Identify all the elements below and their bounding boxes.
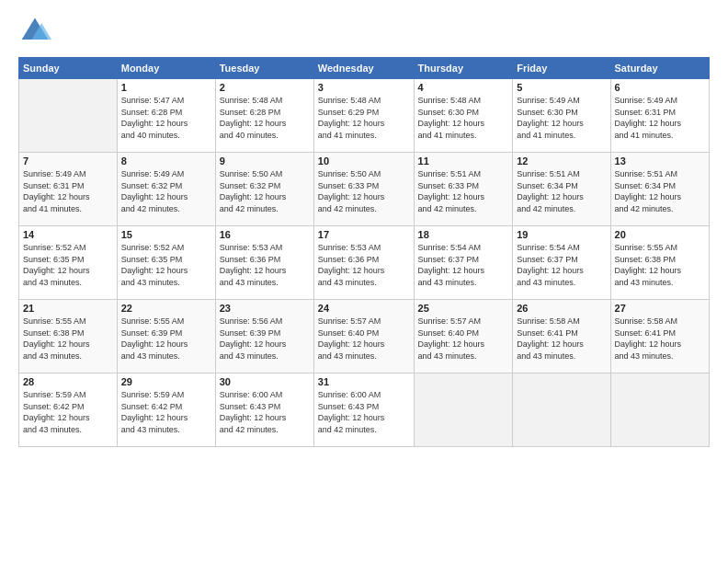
day-info: Sunrise: 6:00 AM Sunset: 6:43 PM Dayligh… — [220, 389, 310, 435]
cell-w4-d3: 23Sunrise: 5:56 AM Sunset: 6:39 PM Dayli… — [215, 300, 313, 373]
cell-w2-d7: 13Sunrise: 5:51 AM Sunset: 6:34 PM Dayli… — [610, 153, 709, 226]
day-number: 22 — [121, 303, 211, 314]
day-info: Sunrise: 5:53 AM Sunset: 6:36 PM Dayligh… — [318, 242, 410, 288]
col-header-wednesday: Wednesday — [313, 58, 414, 79]
cell-w2-d3: 9Sunrise: 5:50 AM Sunset: 6:32 PM Daylig… — [215, 153, 313, 226]
cell-w2-d4: 10Sunrise: 5:50 AM Sunset: 6:33 PM Dayli… — [313, 153, 414, 226]
col-header-monday: Monday — [117, 58, 215, 79]
cell-w3-d6: 19Sunrise: 5:54 AM Sunset: 6:37 PM Dayli… — [513, 226, 610, 300]
cell-w2-d2: 8Sunrise: 5:49 AM Sunset: 6:32 PM Daylig… — [117, 153, 215, 226]
day-info: Sunrise: 5:55 AM Sunset: 6:38 PM Dayligh… — [23, 316, 113, 362]
page-header — [18, 15, 710, 48]
cell-w5-d4: 31Sunrise: 6:00 AM Sunset: 6:43 PM Dayli… — [313, 373, 414, 447]
cell-w1-d7: 6Sunrise: 5:49 AM Sunset: 6:31 PM Daylig… — [610, 79, 709, 153]
day-number: 7 — [23, 155, 113, 167]
day-number: 12 — [517, 155, 606, 167]
day-info: Sunrise: 5:59 AM Sunset: 6:42 PM Dayligh… — [23, 389, 113, 435]
cell-w5-d6 — [513, 373, 610, 447]
day-number: 14 — [23, 229, 113, 240]
week-row-1: 1Sunrise: 5:47 AM Sunset: 6:28 PM Daylig… — [19, 79, 710, 153]
logo — [18, 15, 55, 48]
day-info: Sunrise: 5:59 AM Sunset: 6:42 PM Dayligh… — [121, 389, 211, 435]
day-number: 19 — [517, 229, 606, 240]
day-info: Sunrise: 5:53 AM Sunset: 6:36 PM Dayligh… — [220, 242, 310, 288]
calendar-table: SundayMondayTuesdayWednesdayThursdayFrid… — [18, 57, 710, 447]
cell-w5-d5 — [414, 373, 513, 447]
day-info: Sunrise: 5:47 AM Sunset: 6:28 PM Dayligh… — [121, 95, 211, 141]
day-info: Sunrise: 5:55 AM Sunset: 6:39 PM Dayligh… — [121, 316, 211, 362]
cell-w5-d2: 29Sunrise: 5:59 AM Sunset: 6:42 PM Dayli… — [117, 373, 215, 447]
cell-w5-d1: 28Sunrise: 5:59 AM Sunset: 6:42 PM Dayli… — [19, 373, 118, 447]
day-number: 11 — [418, 155, 509, 167]
day-info: Sunrise: 5:52 AM Sunset: 6:35 PM Dayligh… — [121, 242, 211, 288]
cell-w4-d5: 25Sunrise: 5:57 AM Sunset: 6:40 PM Dayli… — [414, 300, 513, 373]
cell-w3-d7: 20Sunrise: 5:55 AM Sunset: 6:38 PM Dayli… — [610, 226, 709, 300]
day-number: 8 — [121, 155, 211, 167]
day-info: Sunrise: 5:49 AM Sunset: 6:30 PM Dayligh… — [517, 95, 606, 141]
day-info: Sunrise: 5:58 AM Sunset: 6:41 PM Dayligh… — [517, 316, 606, 362]
cell-w2-d5: 11Sunrise: 5:51 AM Sunset: 6:33 PM Dayli… — [414, 153, 513, 226]
cell-w1-d3: 2Sunrise: 5:48 AM Sunset: 6:28 PM Daylig… — [215, 79, 313, 153]
cell-w4-d1: 21Sunrise: 5:55 AM Sunset: 6:38 PM Dayli… — [19, 300, 118, 373]
day-info: Sunrise: 5:51 AM Sunset: 6:34 PM Dayligh… — [517, 168, 606, 214]
cell-w4-d7: 27Sunrise: 5:58 AM Sunset: 6:41 PM Dayli… — [610, 300, 709, 373]
cell-w4-d4: 24Sunrise: 5:57 AM Sunset: 6:40 PM Dayli… — [313, 300, 414, 373]
cell-w2-d1: 7Sunrise: 5:49 AM Sunset: 6:31 PM Daylig… — [19, 153, 118, 226]
day-number: 15 — [121, 229, 211, 240]
day-number: 13 — [615, 155, 705, 167]
day-info: Sunrise: 5:50 AM Sunset: 6:33 PM Dayligh… — [318, 168, 410, 214]
day-info: Sunrise: 5:57 AM Sunset: 6:40 PM Dayligh… — [318, 316, 410, 362]
cell-w1-d1 — [19, 79, 118, 153]
day-info: Sunrise: 5:49 AM Sunset: 6:31 PM Dayligh… — [615, 95, 705, 141]
cell-w1-d4: 3Sunrise: 5:48 AM Sunset: 6:29 PM Daylig… — [313, 79, 414, 153]
day-info: Sunrise: 5:58 AM Sunset: 6:41 PM Dayligh… — [615, 316, 705, 362]
day-number: 2 — [220, 82, 310, 93]
col-header-saturday: Saturday — [610, 58, 709, 79]
cell-w5-d3: 30Sunrise: 6:00 AM Sunset: 6:43 PM Dayli… — [215, 373, 313, 447]
day-info: Sunrise: 5:51 AM Sunset: 6:33 PM Dayligh… — [418, 168, 509, 214]
day-number: 4 — [418, 82, 509, 93]
day-number: 31 — [318, 376, 410, 387]
cell-w3-d3: 16Sunrise: 5:53 AM Sunset: 6:36 PM Dayli… — [215, 226, 313, 300]
day-info: Sunrise: 5:54 AM Sunset: 6:37 PM Dayligh… — [418, 242, 509, 288]
day-info: Sunrise: 5:52 AM Sunset: 6:35 PM Dayligh… — [23, 242, 113, 288]
day-number: 20 — [615, 229, 705, 240]
day-number: 21 — [23, 303, 113, 314]
day-number: 25 — [418, 303, 509, 314]
logo-icon — [18, 15, 51, 48]
cell-w2-d6: 12Sunrise: 5:51 AM Sunset: 6:34 PM Dayli… — [513, 153, 610, 226]
day-number: 17 — [318, 229, 410, 240]
cell-w5-d7 — [610, 373, 709, 447]
week-row-4: 21Sunrise: 5:55 AM Sunset: 6:38 PM Dayli… — [19, 300, 710, 373]
cell-w1-d6: 5Sunrise: 5:49 AM Sunset: 6:30 PM Daylig… — [513, 79, 610, 153]
day-info: Sunrise: 5:57 AM Sunset: 6:40 PM Dayligh… — [418, 316, 509, 362]
day-number: 30 — [220, 376, 310, 387]
col-header-tuesday: Tuesday — [215, 58, 313, 79]
day-number: 10 — [318, 155, 410, 167]
day-info: Sunrise: 5:55 AM Sunset: 6:38 PM Dayligh… — [615, 242, 705, 288]
col-header-friday: Friday — [513, 58, 610, 79]
day-number: 23 — [220, 303, 310, 314]
week-row-3: 14Sunrise: 5:52 AM Sunset: 6:35 PM Dayli… — [19, 226, 710, 300]
cell-w4-d2: 22Sunrise: 5:55 AM Sunset: 6:39 PM Dayli… — [117, 300, 215, 373]
day-info: Sunrise: 5:49 AM Sunset: 6:32 PM Dayligh… — [121, 168, 211, 214]
week-row-5: 28Sunrise: 5:59 AM Sunset: 6:42 PM Dayli… — [19, 373, 710, 447]
day-info: Sunrise: 5:48 AM Sunset: 6:29 PM Dayligh… — [318, 95, 410, 141]
day-info: Sunrise: 6:00 AM Sunset: 6:43 PM Dayligh… — [318, 389, 410, 435]
cell-w3-d4: 17Sunrise: 5:53 AM Sunset: 6:36 PM Dayli… — [313, 226, 414, 300]
day-number: 29 — [121, 376, 211, 387]
day-info: Sunrise: 5:51 AM Sunset: 6:34 PM Dayligh… — [615, 168, 705, 214]
day-info: Sunrise: 5:49 AM Sunset: 6:31 PM Dayligh… — [23, 168, 113, 214]
day-info: Sunrise: 5:54 AM Sunset: 6:37 PM Dayligh… — [517, 242, 606, 288]
col-header-thursday: Thursday — [414, 58, 513, 79]
header-row: SundayMondayTuesdayWednesdayThursdayFrid… — [19, 58, 710, 79]
day-number: 5 — [517, 82, 606, 93]
day-info: Sunrise: 5:50 AM Sunset: 6:32 PM Dayligh… — [220, 168, 310, 214]
week-row-2: 7Sunrise: 5:49 AM Sunset: 6:31 PM Daylig… — [19, 153, 710, 226]
day-info: Sunrise: 5:48 AM Sunset: 6:30 PM Dayligh… — [418, 95, 509, 141]
day-number: 26 — [517, 303, 606, 314]
day-number: 1 — [121, 82, 211, 93]
day-number: 16 — [220, 229, 310, 240]
cell-w3-d1: 14Sunrise: 5:52 AM Sunset: 6:35 PM Dayli… — [19, 226, 118, 300]
day-number: 9 — [220, 155, 310, 167]
